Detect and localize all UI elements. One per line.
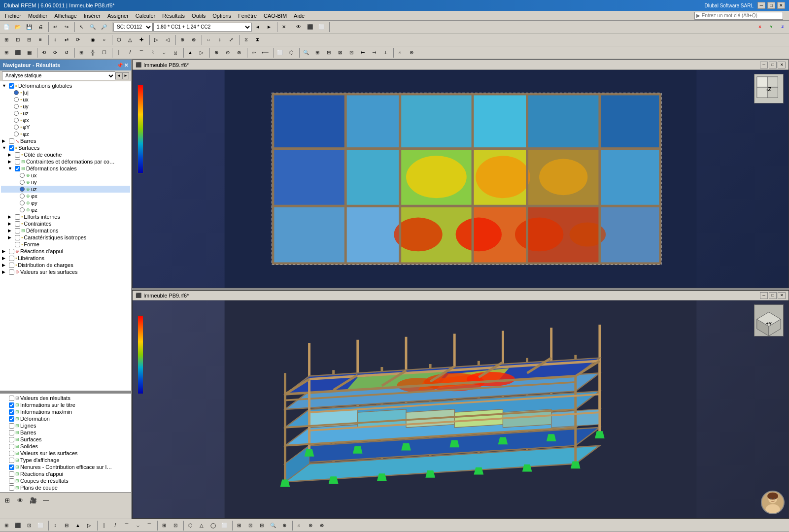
tb-3d-z[interactable]: Z bbox=[777, 22, 788, 33]
tree-item-loc-phiy[interactable]: ⊕ φy bbox=[1, 200, 130, 206]
tb-t8[interactable]: ╬ bbox=[87, 47, 98, 58]
minimize-button[interactable]: ─ bbox=[757, 2, 765, 9]
check-barres[interactable] bbox=[9, 138, 14, 144]
tree-bottom-coupes[interactable]: ⊞ Coupes de résultats bbox=[1, 477, 130, 484]
check-reactions[interactable] bbox=[9, 249, 14, 254]
tree-bottom-valeurs-surf[interactable]: ⊞ Valeurs sur les surfaces bbox=[1, 450, 130, 457]
tree-bottom-solides[interactable]: ⊞ Solides bbox=[1, 443, 130, 450]
btb-12[interactable]: ⌵ bbox=[133, 520, 143, 531]
menu-aide[interactable]: Aide bbox=[291, 12, 308, 19]
btb-16[interactable]: ⬡ bbox=[185, 520, 196, 531]
viewport-controls-3d[interactable]: ─ □ ✕ bbox=[760, 292, 786, 299]
menu-outils[interactable]: Outils bbox=[189, 12, 208, 19]
tb-r9[interactable]: ○ bbox=[99, 34, 109, 45]
tree-item-valeurs-surf[interactable]: ▶ ⊕ Valeurs sur les surfaces bbox=[1, 268, 130, 275]
tb-r3[interactable]: ⊟ bbox=[24, 34, 34, 45]
check-solides[interactable] bbox=[9, 444, 14, 449]
btb-25[interactable]: ⌂ bbox=[294, 520, 305, 531]
btb-6[interactable]: ⊟ bbox=[61, 520, 72, 531]
tree-bottom-valeurs[interactable]: ⊞ Valeurs des résultats bbox=[1, 395, 130, 401]
tb-t17[interactable]: ▷ bbox=[196, 47, 207, 58]
close-button[interactable]: ✕ bbox=[777, 2, 785, 9]
nav-arrow-right[interactable]: ► bbox=[122, 72, 129, 79]
tb-r11[interactable]: △ bbox=[125, 34, 136, 45]
menu-assigner[interactable]: Assigner bbox=[104, 12, 132, 19]
check-carac-iso[interactable] bbox=[15, 235, 20, 240]
tb-r17[interactable]: ↔ bbox=[203, 34, 214, 45]
btb-17[interactable]: △ bbox=[196, 520, 207, 531]
tree-item-def-locales[interactable]: ▼ ⊞ Déformations locales bbox=[1, 165, 130, 172]
tree-item-contraintes-def[interactable]: ▶ ⊞ Contraintes et déformations par couc… bbox=[1, 158, 130, 165]
btb-8[interactable]: ▷ bbox=[84, 520, 95, 531]
tree-item-cote-couche[interactable]: ▶ ▪ Côté de couche bbox=[1, 151, 130, 158]
check-nenures[interactable] bbox=[9, 465, 14, 470]
tree-item-liberations[interactable]: ▶ ▪ Libérations bbox=[1, 255, 130, 262]
nav-pin[interactable]: 📌 bbox=[117, 63, 123, 68]
btb-3[interactable]: ⊡ bbox=[24, 520, 34, 531]
btb-23[interactable]: 🔍 bbox=[268, 520, 278, 531]
menu-inserer[interactable]: Insérer bbox=[81, 12, 103, 19]
check-deformation[interactable] bbox=[9, 416, 14, 422]
tb-t12[interactable]: ⌒ bbox=[136, 47, 147, 58]
expand-cdef[interactable]: ▶ bbox=[8, 159, 14, 164]
tb-t24[interactable]: ⬡ bbox=[286, 47, 297, 58]
check-info-max[interactable] bbox=[9, 409, 14, 415]
tree-item-uz-global[interactable]: ▪ uz bbox=[1, 110, 130, 117]
radio-loc-phiz[interactable] bbox=[20, 207, 25, 212]
tb-t18[interactable]: ⊕ bbox=[211, 47, 222, 58]
tree-item-uy[interactable]: ▪ uy bbox=[1, 103, 130, 110]
tb-undo[interactable]: ↩ bbox=[50, 22, 61, 33]
viewport-controls-top[interactable]: ─ □ ✕ bbox=[760, 62, 786, 68]
radio-loc-uz[interactable] bbox=[20, 187, 25, 192]
check-contraintes[interactable] bbox=[15, 221, 20, 227]
vp-minimize-3d[interactable]: ─ bbox=[760, 292, 768, 299]
tb-t34[interactable]: ⊛ bbox=[406, 47, 417, 58]
tree-item-carac-iso[interactable]: ▶ ▪ Caractéristiques isotropes bbox=[1, 234, 130, 241]
btb-11[interactable]: ⌒ bbox=[121, 520, 132, 531]
check-surfaces-b[interactable] bbox=[9, 437, 14, 442]
tree-bottom-type-affichage[interactable]: ⊞ Type d'affichage bbox=[1, 457, 130, 464]
menu-modifier[interactable]: Modifier bbox=[25, 12, 50, 19]
sc-combo[interactable]: SC: CO112 bbox=[113, 23, 153, 32]
check-barres-b[interactable] bbox=[9, 430, 14, 435]
check-type-aff[interactable] bbox=[9, 458, 14, 463]
menu-resultats[interactable]: Résultats bbox=[159, 12, 188, 19]
radio-loc-phix[interactable] bbox=[20, 194, 25, 199]
tb-r1[interactable]: ⊞ bbox=[1, 34, 12, 45]
tb-t21[interactable]: ⇦ bbox=[248, 47, 259, 58]
tb-t2[interactable]: ⬛ bbox=[12, 47, 23, 58]
tb-t7[interactable]: ⊞ bbox=[76, 47, 87, 58]
tree-bottom-barres[interactable]: ⊞ Barres bbox=[1, 429, 130, 436]
tb-t6[interactable]: ↺ bbox=[61, 47, 72, 58]
radio-phiz[interactable] bbox=[14, 132, 19, 136]
btb-20[interactable]: ⊞ bbox=[234, 520, 244, 531]
tb-r6[interactable]: ⇄ bbox=[61, 34, 72, 45]
tree-item-phiy[interactable]: ▪ φY bbox=[1, 124, 130, 131]
tb-next[interactable]: ► bbox=[264, 22, 274, 33]
tb-r16[interactable]: ⊗ bbox=[188, 34, 199, 45]
tb-redo[interactable]: ↪ bbox=[61, 22, 72, 33]
radio-uz-global[interactable] bbox=[14, 111, 19, 116]
tb-print[interactable]: 🖨 bbox=[35, 22, 46, 33]
tb-r13[interactable]: ▷ bbox=[151, 34, 162, 45]
tb-t32[interactable]: ⊥ bbox=[380, 47, 391, 58]
tree-item-loc-phiz[interactable]: ⊕ φz bbox=[1, 206, 130, 213]
check-deformations[interactable] bbox=[15, 228, 20, 233]
btb-5[interactable]: ↕ bbox=[50, 520, 61, 531]
viewport-canvas-3d[interactable]: +Y bbox=[133, 300, 789, 518]
btb-7[interactable]: ▲ bbox=[72, 520, 83, 531]
tree-item-barres[interactable]: ▶ ⤡ Barres bbox=[1, 137, 130, 144]
tb-select[interactable]: ↖ bbox=[76, 22, 87, 33]
expand-barres[interactable]: ▶ bbox=[2, 138, 8, 143]
vp-maximize-3d[interactable]: □ bbox=[769, 292, 777, 299]
check-liberations[interactable] bbox=[9, 256, 14, 261]
tb-zoom-in[interactable]: 🔍 bbox=[87, 22, 98, 33]
tb-t25[interactable]: 🔍 bbox=[301, 47, 311, 58]
nav-header-controls[interactable]: 📌 ✕ bbox=[117, 63, 128, 68]
btb-2[interactable]: ⬛ bbox=[12, 520, 23, 531]
check-deformations-globales[interactable] bbox=[9, 83, 14, 89]
tb-r10[interactable]: ⬡ bbox=[113, 34, 124, 45]
tree-item-loc-ux[interactable]: ⊕ ux bbox=[1, 172, 130, 179]
tree-bottom-info-max[interactable]: ⊞ Informations max/min bbox=[1, 408, 130, 415]
viewport-canvas-top[interactable]: -Z bbox=[133, 70, 789, 288]
